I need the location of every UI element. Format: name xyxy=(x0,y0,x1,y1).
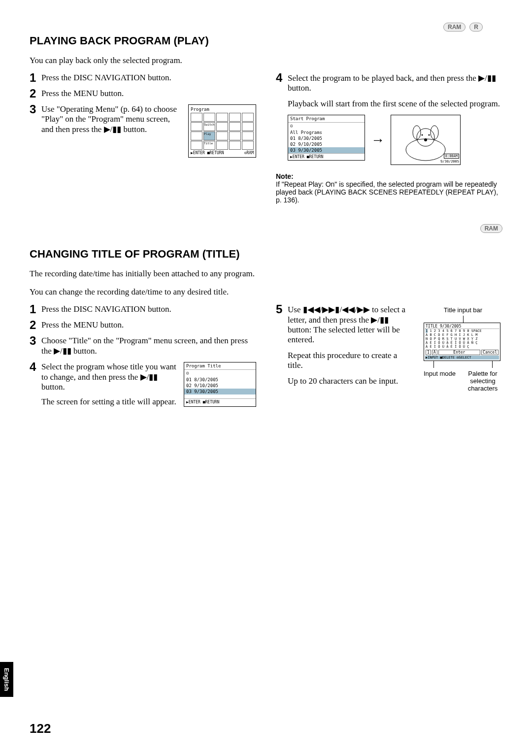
title-step-2: 2 Press the MENU button. xyxy=(30,320,256,330)
heading-play: PLAYING BACK PROGRAM (PLAY) xyxy=(30,34,502,47)
title-step-3: 3 Choose "Title" on the "Program" menu s… xyxy=(30,336,256,356)
badge-r: R xyxy=(469,23,483,32)
title-step-5c: Up to 20 characters can be input. xyxy=(276,376,414,386)
title-intro-1: The recording date/time has initially be… xyxy=(30,269,502,279)
play-step-2: 2 Press the MENU button. xyxy=(30,89,256,99)
title-intro-2: You can change the recording date/time t… xyxy=(30,287,502,297)
play-intro: You can play back only the selected prog… xyxy=(30,56,502,66)
arrow-icon: → xyxy=(367,132,389,148)
svg-point-4 xyxy=(424,138,427,141)
play-step-4: 4 Select the program to be played back, … xyxy=(276,73,502,93)
start-program-screen: Start Program ☺ All Programs 01 8/30/200… xyxy=(288,115,365,161)
program-title-screen: Program Title ☺ 01 8/30/2005 02 9/10/200… xyxy=(184,362,256,407)
heading-title: CHANGING TITLE OF PROGRAM (TITLE) xyxy=(30,248,502,261)
badge-ram: RAM xyxy=(443,23,466,32)
language-tab: English xyxy=(0,662,13,697)
annot-input-mode: Input mode xyxy=(424,370,463,377)
badge-ram-2: RAM xyxy=(480,224,502,233)
title-step-5: 5 Use ▮◀◀/▶▶▮/◀◀/▶▶ to select a letter, … xyxy=(276,304,414,345)
play-note: Note: If "Repeat Play: On" is specified,… xyxy=(276,172,502,204)
playback-preview: 8:00AM 9/30/2005 xyxy=(391,115,461,165)
play-step-3: 3 Use "Operating Menu" (p. 64) to choose… xyxy=(30,104,256,158)
program-menu-screen: Program Switch Play Title ▶ENTER ■RETURN… xyxy=(188,104,256,158)
format-badges: RAM R xyxy=(441,22,483,32)
title-step-4: 4 Select the program whose title you wan… xyxy=(30,362,256,407)
svg-point-0 xyxy=(406,139,445,161)
title-step-5b: Repeat this procedure to create a title. xyxy=(276,351,414,370)
annot-palette: Palette for selecting characters xyxy=(463,370,502,392)
svg-point-5 xyxy=(422,134,423,136)
title-keyboard-screen: TITLE 9/30/2005 1 1 2 3 4 5 6 7 8 9 0 SP… xyxy=(424,323,500,361)
title-step-1: 1 Press the DISC NAVIGATION button. xyxy=(30,304,256,314)
page-number: 122 xyxy=(30,721,51,736)
annot-title-input-bar: Title input bar xyxy=(424,306,502,314)
play-step-4-note: Playback will start from the first scene… xyxy=(276,99,502,109)
svg-point-6 xyxy=(429,134,430,136)
play-step-1: 1 Press the DISC NAVIGATION button. xyxy=(30,73,256,83)
